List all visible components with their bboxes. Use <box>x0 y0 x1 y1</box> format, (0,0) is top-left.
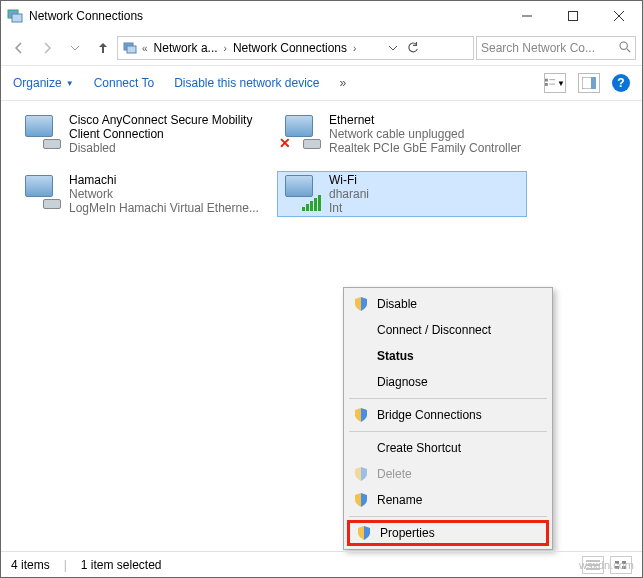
address-dropdown-icon[interactable] <box>388 43 398 53</box>
status-bar: 4 items | 1 item selected <box>1 551 642 577</box>
shield-icon <box>353 492 369 508</box>
back-button[interactable] <box>7 36 31 60</box>
adapter-item-wifi[interactable]: Wi-Fi dharani Int <box>277 171 527 217</box>
svg-rect-7 <box>127 46 136 53</box>
help-button[interactable]: ? <box>612 74 630 92</box>
svg-rect-13 <box>549 84 555 85</box>
view-options-button[interactable]: ▼ <box>544 73 566 93</box>
svg-rect-11 <box>549 79 555 80</box>
watermark: wsxdn.com <box>579 559 634 571</box>
svg-point-8 <box>620 42 627 49</box>
adapter-name: Ethernet <box>329 113 521 127</box>
up-button[interactable] <box>91 36 115 60</box>
adapter-icon <box>279 173 323 213</box>
menu-item-disable[interactable]: Disable <box>347 291 549 317</box>
search-box[interactable] <box>476 36 636 60</box>
search-icon[interactable] <box>618 40 631 56</box>
adapter-status: Network cable unplugged <box>329 127 521 141</box>
shield-icon <box>356 525 372 541</box>
maximize-button[interactable] <box>550 1 596 31</box>
shield-icon <box>353 296 369 312</box>
adapter-status: dharani <box>329 187 369 201</box>
adapter-item-hamachi[interactable]: Hamachi Network LogMeIn Hamachi Virtual … <box>17 171 267 217</box>
adapter-name: Cisco AnyConnect Secure Mobility Client … <box>69 113 265 141</box>
chevron-right-icon[interactable]: › <box>351 43 358 54</box>
menu-item-connect-disconnect[interactable]: Connect / Disconnect <box>347 317 549 343</box>
disable-device-button[interactable]: Disable this network device <box>174 76 319 90</box>
title-bar: Network Connections <box>1 1 642 31</box>
minimize-button[interactable] <box>504 1 550 31</box>
location-icon <box>122 40 138 56</box>
recent-locations-button[interactable] <box>63 36 87 60</box>
search-input[interactable] <box>481 41 614 55</box>
shield-icon <box>353 466 369 482</box>
svg-rect-1 <box>12 14 22 22</box>
menu-separator <box>349 398 547 399</box>
adapter-item-cisco[interactable]: Cisco AnyConnect Secure Mobility Client … <box>17 111 267 157</box>
adapter-icon <box>19 173 63 213</box>
svg-rect-3 <box>569 12 578 21</box>
overflow-button[interactable]: » <box>340 76 347 90</box>
adapter-icon <box>19 113 63 153</box>
svg-rect-12 <box>545 83 548 86</box>
window-title: Network Connections <box>29 9 143 23</box>
connect-to-button[interactable]: Connect To <box>94 76 155 90</box>
breadcrumb-prefix-icon[interactable]: « <box>140 43 150 54</box>
adapter-status: Disabled <box>69 141 265 155</box>
svg-line-9 <box>627 49 630 52</box>
breadcrumb-seg-1[interactable]: Network a... <box>152 41 220 55</box>
refresh-icon[interactable] <box>406 41 420 55</box>
chevron-right-icon[interactable]: › <box>222 43 229 54</box>
adapter-device: Realtek PCIe GbE Family Controller <box>329 141 521 155</box>
menu-item-rename[interactable]: Rename <box>347 487 549 513</box>
menu-item-create-shortcut[interactable]: Create Shortcut <box>347 435 549 461</box>
context-menu: Disable Connect / Disconnect Status Diag… <box>343 287 553 550</box>
menu-separator <box>349 431 547 432</box>
svg-rect-15 <box>591 77 596 89</box>
menu-separator <box>349 516 547 517</box>
command-bar: Organize▼ Connect To Disable this networ… <box>1 65 642 101</box>
status-selected-count: 1 item selected <box>81 558 162 572</box>
address-bar[interactable]: « Network a... › Network Connections › <box>117 36 474 60</box>
forward-button[interactable] <box>35 36 59 60</box>
adapter-device: Int <box>329 201 369 215</box>
app-icon <box>7 8 23 24</box>
menu-item-delete: Delete <box>347 461 549 487</box>
adapter-name: Hamachi <box>69 173 259 187</box>
menu-item-status[interactable]: Status <box>347 343 549 369</box>
adapter-item-ethernet[interactable]: ✕ Ethernet Network cable unplugged Realt… <box>277 111 527 157</box>
menu-item-diagnose[interactable]: Diagnose <box>347 369 549 395</box>
breadcrumb-seg-2[interactable]: Network Connections <box>231 41 349 55</box>
content-area: Cisco AnyConnect Secure Mobility Client … <box>1 101 642 531</box>
adapter-device: LogMeIn Hamachi Virtual Etherne... <box>69 201 259 215</box>
shield-icon <box>353 407 369 423</box>
nav-bar: « Network a... › Network Connections › <box>1 31 642 65</box>
svg-rect-10 <box>545 79 548 82</box>
adapter-icon: ✕ <box>279 113 323 153</box>
adapter-name: Wi-Fi <box>329 173 369 187</box>
organize-menu[interactable]: Organize▼ <box>13 76 74 90</box>
close-button[interactable] <box>596 1 642 31</box>
preview-pane-button[interactable] <box>578 73 600 93</box>
adapter-status: Network <box>69 187 259 201</box>
status-item-count: 4 items <box>11 558 50 572</box>
menu-item-properties[interactable]: Properties <box>347 520 549 546</box>
menu-item-bridge[interactable]: Bridge Connections <box>347 402 549 428</box>
